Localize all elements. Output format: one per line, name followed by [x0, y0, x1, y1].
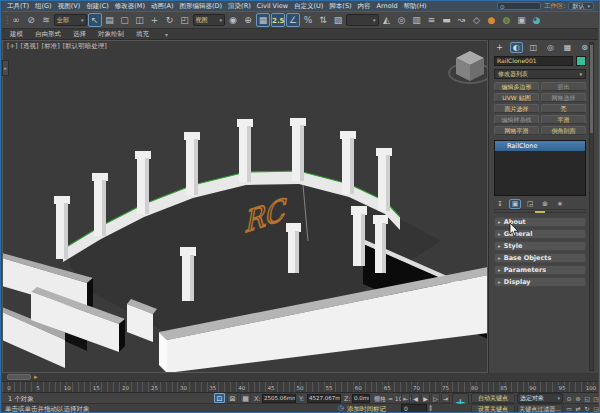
y-coord-field[interactable]: 4527.067mm	[307, 394, 341, 403]
viewport-label-part-4[interactable]: [默认明暗处理]	[63, 42, 107, 51]
rollout-parameters[interactable]: ▸Parameters	[494, 265, 586, 275]
spinner-snap-icon[interactable]: ⇅	[316, 13, 330, 27]
current-frame-field[interactable]: 0	[401, 404, 427, 413]
viewport[interactable]: RC [+][透视][标准][默认明暗处理] ▸	[2, 40, 488, 373]
unlink-selection-icon[interactable]: ⊘	[24, 13, 38, 27]
z-coord-field[interactable]: 0.0mm	[352, 394, 370, 403]
zoom-all-icon[interactable]: ⊚	[574, 394, 582, 403]
menu-item[interactable]: 脚本(S)	[326, 2, 354, 11]
modifier-button[interactable]: 平滑	[541, 115, 586, 124]
search-box[interactable]: ⊙	[497, 2, 541, 10]
ribbon-tab-5[interactable]: 填充	[136, 30, 149, 39]
window-crossing-icon[interactable]: ◫	[133, 13, 147, 27]
edit-named-selections-icon[interactable]: ▧	[331, 13, 345, 27]
next-frame-icon[interactable]: ▷	[431, 393, 440, 403]
select-and-scale-icon[interactable]: ◰	[178, 13, 192, 27]
use-pivot-center-icon[interactable]: ◉	[226, 13, 240, 27]
selection-filter-dropdown[interactable]: 全部▾	[54, 14, 87, 26]
rectangular-selection-region-icon[interactable]: ▢	[118, 13, 132, 27]
curve-editor-icon[interactable]: ↝	[455, 13, 469, 27]
scene-explorer-icon[interactable]: ▥	[410, 13, 424, 27]
ribbon-tab-1[interactable]: 建模	[10, 30, 23, 39]
panel-scrollbar[interactable]	[589, 42, 594, 371]
ribbon-tab-2[interactable]: 自由形式	[35, 30, 61, 39]
zoom-extents-all-icon[interactable]: ◳	[592, 394, 600, 403]
rollout-general[interactable]: ▸General	[494, 229, 586, 239]
absolute-offset-icon[interactable]: ▦	[240, 393, 251, 403]
modifier-button[interactable]: 倒角剖面	[541, 126, 586, 135]
menu-item[interactable]: 帮助(H)	[401, 2, 430, 11]
schematic-view-icon[interactable]: ◇	[470, 13, 484, 27]
object-name-field[interactable]: RailClone001	[494, 56, 573, 66]
time-slider-handle[interactable]	[7, 374, 31, 380]
show-end-result-icon[interactable]: ▣	[509, 199, 521, 209]
select-and-rotate-icon[interactable]: ↻	[163, 13, 177, 27]
bind-to-space-warp-icon[interactable]: ≋	[39, 13, 53, 27]
align-icon[interactable]: ◎	[395, 13, 409, 27]
tab-hierarchy[interactable]: ◫	[527, 42, 540, 53]
angle-snap-icon[interactable]: ∠	[286, 13, 300, 27]
stack-item-railclone[interactable]: RailClone	[495, 141, 585, 151]
material-editor-icon[interactable]: ●	[485, 13, 499, 27]
pan-icon[interactable]: ⇄	[574, 404, 582, 413]
modifier-button[interactable]: 面片选择	[494, 104, 539, 113]
timeline-ruler[interactable]: 0510152025303540455055606570758085909510…	[2, 382, 598, 393]
modifier-button[interactable]: 网格平滑	[494, 126, 539, 135]
menu-item[interactable]: 渲染(R)	[225, 2, 254, 11]
menu-item[interactable]: 动画(A)	[148, 2, 177, 11]
ribbon-tab-4[interactable]: 对象绘制	[98, 30, 124, 39]
tab-display[interactable]: ▦	[561, 42, 574, 53]
key-filters-button[interactable]: 关键点过滤器...	[517, 404, 563, 413]
select-object-icon[interactable]: ↖	[88, 13, 102, 27]
menu-item[interactable]: 自定义(U)	[291, 2, 326, 11]
menu-item[interactable]: Civil View	[254, 2, 291, 11]
modifier-button[interactable]: UVW 贴图	[494, 93, 539, 102]
menu-item[interactable]: 工具(T)	[4, 2, 32, 11]
reference-coordinate-dropdown[interactable]: 视图▾	[193, 14, 226, 26]
orbit-icon[interactable]: ↻	[583, 404, 591, 413]
ribbon-toggle-icon[interactable]: ▬	[440, 13, 454, 27]
rollout-about[interactable]: ▸About	[494, 217, 586, 227]
selected-objects-dropdown[interactable]: 选定对象 ▾	[517, 393, 563, 403]
configure-modifier-sets-icon[interactable]: ∗	[554, 199, 566, 209]
menu-item[interactable]: 创建(C)	[83, 2, 112, 11]
viewport-label-part-2[interactable]: [透视]	[21, 42, 39, 51]
modifier-button[interactable]: 编辑多边形	[494, 82, 539, 91]
render-production-icon[interactable]: ◕	[530, 13, 544, 27]
pin-stack-icon[interactable]: ↧	[494, 199, 506, 209]
zoom-region-icon[interactable]: ▭	[565, 404, 573, 413]
tab-create[interactable]: +	[493, 42, 506, 53]
menu-item[interactable]: Arnold	[374, 2, 401, 11]
named-selection-dropdown[interactable]: ▾	[346, 14, 379, 26]
make-unique-icon[interactable]: ◲	[524, 199, 536, 209]
keyboard-override-icon[interactable]: ▦	[256, 13, 270, 27]
tab-motion[interactable]: ◎	[544, 42, 557, 53]
select-and-link-icon[interactable]: ∞	[9, 13, 23, 27]
viewport-label-part-3[interactable]: [标准]	[42, 42, 60, 51]
viewport-layout-tab[interactable]: ▸	[2, 60, 9, 76]
previous-frame-icon[interactable]: ◀	[411, 393, 420, 403]
menu-item[interactable]: 组(G)	[32, 2, 55, 11]
object-color-swatch[interactable]	[576, 56, 586, 66]
menu-item[interactable]: 修改器(M)	[112, 2, 148, 11]
rollout-base-objects[interactable]: ▸Base Objects	[494, 253, 586, 263]
time-slider-track[interactable]: ▸	[2, 373, 598, 382]
play-icon[interactable]: ▶	[421, 393, 430, 403]
menu-item[interactable]: 视图(V)	[55, 2, 84, 11]
go-to-end-icon[interactable]: ⇥	[441, 393, 450, 403]
select-and-move-icon[interactable]: +	[148, 13, 162, 27]
rollout-style[interactable]: ▸Style	[494, 241, 586, 251]
workspace-dropdown[interactable]: 默认 ▾	[568, 2, 594, 10]
snap-toggle-icon[interactable]: 2.5	[271, 13, 285, 27]
ribbon-tab-3[interactable]: 选择	[73, 30, 86, 39]
select-and-manipulate-icon[interactable]: ⊕	[241, 13, 255, 27]
set-key-mode-button[interactable]: 设置关键点	[471, 404, 515, 413]
zoom-icon[interactable]: ⊙	[565, 394, 573, 403]
viewport-label-part-1[interactable]: [+]	[7, 42, 18, 51]
menu-item[interactable]: 内容	[355, 2, 374, 11]
menu-item[interactable]: 图形编辑器(D)	[177, 2, 226, 11]
modifier-button[interactable]: 壳	[541, 104, 586, 113]
frame-spinner[interactable]: ▲▼	[429, 404, 432, 412]
percent-snap-icon[interactable]: %	[301, 13, 315, 27]
go-to-start-icon[interactable]: ⇤	[401, 393, 410, 403]
